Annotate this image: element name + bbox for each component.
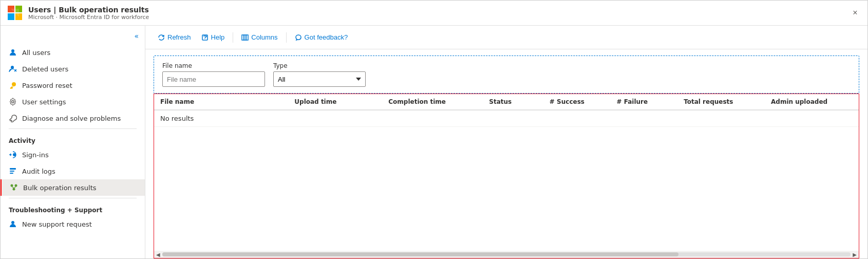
help-button[interactable]: Help — [197, 31, 229, 44]
troubleshooting-section-label: Troubleshooting + Support — [1, 200, 145, 216]
sidebar-collapse-button[interactable]: « — [1, 30, 145, 44]
title-bar: Users | Bulk operation results Microsoft… — [1, 1, 867, 26]
app-logo — [7, 5, 23, 21]
sidebar-item-sign-ins[interactable]: Sign-ins — [1, 146, 145, 163]
sidebar-item-password-reset-label: Password reset — [22, 82, 72, 89]
sidebar-item-new-support-label: New support request — [22, 220, 92, 228]
troubleshooting-divider — [9, 198, 137, 198]
columns-label: Columns — [251, 33, 277, 41]
help-label: Help — [211, 33, 225, 41]
sidebar-item-all-users-label: All users — [22, 49, 50, 57]
type-filter-label: Type — [273, 62, 366, 69]
results-table: File name Upload time Completion time St… — [154, 94, 859, 127]
svg-rect-20 — [246, 35, 248, 40]
svg-point-5 — [11, 49, 14, 52]
feedback-label: Got feedback? — [305, 33, 348, 41]
file-name-filter-label: File name — [162, 62, 265, 69]
table-header-row: File name Upload time Completion time St… — [154, 94, 859, 110]
toolbar: Refresh Help Columns Got feedback? — [145, 26, 867, 49]
table-scroll-area[interactable]: File name Upload time Completion time St… — [154, 94, 859, 251]
gear-icon — [9, 98, 17, 106]
type-filter-group: Type All Bulk create users Bulk delete u… — [273, 62, 366, 87]
svg-point-11 — [11, 184, 13, 187]
sidebar-item-deleted-users[interactable]: Deleted users — [1, 61, 145, 77]
col-failure: # Failure — [611, 94, 678, 110]
table-header: File name Upload time Completion time St… — [154, 94, 859, 110]
sidebar-item-diagnose[interactable]: Diagnose and solve problems — [1, 110, 145, 126]
signin-icon — [9, 151, 17, 159]
sidebar-item-deleted-users-label: Deleted users — [22, 65, 68, 73]
feedback-icon — [295, 34, 302, 41]
no-results-row: No results — [154, 110, 859, 127]
file-name-filter-input[interactable] — [162, 71, 265, 87]
title-bar-left: Users | Bulk operation results Microsoft… — [7, 5, 149, 21]
wrench-icon — [9, 114, 17, 122]
scroll-track — [162, 252, 851, 256]
content-area: Refresh Help Columns Got feedback? File … — [145, 26, 867, 258]
no-results-cell: No results — [154, 110, 859, 127]
page-subtitle: Microsoft · Microsoft Entra ID for workf… — [28, 14, 149, 21]
sidebar-item-diagnose-label: Diagnose and solve problems — [22, 115, 121, 122]
help-icon — [201, 34, 209, 41]
toolbar-divider-1 — [233, 32, 233, 43]
main-layout: « All users Deleted users Password reset… — [1, 26, 867, 258]
svg-rect-8 — [10, 168, 16, 170]
svg-rect-2 — [8, 13, 14, 20]
refresh-label: Refresh — [167, 33, 191, 41]
columns-button[interactable]: Columns — [237, 31, 281, 44]
col-total-requests: Total requests — [677, 94, 765, 110]
col-admin-uploaded: Admin uploaded — [765, 94, 859, 110]
svg-line-15 — [14, 187, 16, 188]
feedback-button[interactable]: Got feedback? — [291, 31, 352, 44]
key-icon — [9, 81, 17, 89]
activity-divider — [9, 128, 137, 129]
col-completion-time: Completion time — [382, 94, 483, 110]
file-name-filter-group: File name — [162, 62, 265, 87]
svg-point-12 — [15, 184, 17, 187]
sidebar-item-password-reset[interactable]: Password reset — [1, 77, 145, 94]
toolbar-divider-2 — [286, 32, 287, 43]
sidebar-item-new-support[interactable]: New support request — [1, 216, 145, 232]
sidebar: « All users Deleted users Password reset… — [1, 26, 145, 258]
person-deleted-icon — [9, 65, 17, 73]
table-container: File name Upload time Completion time St… — [154, 94, 859, 258]
log-icon — [9, 167, 17, 175]
sidebar-item-bulk-operation-label: Bulk operation results — [23, 184, 97, 192]
columns-icon — [241, 34, 249, 41]
col-upload-time: Upload time — [288, 94, 382, 110]
col-status: Status — [483, 94, 543, 110]
support-icon — [9, 220, 17, 228]
bulk-icon — [10, 183, 18, 192]
activity-section-label: Activity — [1, 131, 145, 146]
sidebar-item-all-users[interactable]: All users — [1, 44, 145, 61]
title-text: Users | Bulk operation results Microsoft… — [28, 6, 149, 21]
refresh-icon — [158, 34, 165, 41]
table-body: No results — [154, 110, 859, 127]
sidebar-item-bulk-operation[interactable]: Bulk operation results — [1, 179, 145, 196]
svg-rect-10 — [10, 173, 13, 174]
horizontal-scrollbar[interactable]: ◀ ▶ — [154, 251, 859, 258]
svg-point-7 — [13, 153, 16, 156]
sidebar-item-audit-logs-label: Audit logs — [22, 168, 55, 175]
type-filter-select[interactable]: All Bulk create users Bulk delete users … — [273, 71, 366, 87]
refresh-button[interactable]: Refresh — [154, 31, 195, 44]
filters-row: File name Type All Bulk create users Bul… — [154, 55, 859, 94]
col-success: # Success — [543, 94, 611, 110]
sidebar-item-audit-logs[interactable]: Audit logs — [1, 163, 145, 179]
svg-rect-9 — [10, 171, 14, 172]
svg-line-14 — [12, 187, 14, 188]
page-title: Users | Bulk operation results — [28, 6, 149, 14]
person-icon — [9, 48, 17, 57]
svg-point-6 — [11, 66, 14, 69]
sidebar-item-sign-ins-label: Sign-ins — [22, 151, 49, 159]
scroll-thumb — [162, 252, 678, 256]
svg-point-16 — [11, 221, 14, 224]
svg-point-13 — [13, 188, 15, 191]
scroll-left-arrow[interactable]: ◀ — [156, 252, 160, 257]
sidebar-item-user-settings-label: User settings — [22, 98, 66, 106]
sidebar-item-user-settings[interactable]: User settings — [1, 94, 145, 110]
col-file-name: File name — [154, 94, 288, 110]
close-button[interactable]: × — [849, 7, 861, 19]
scroll-right-arrow[interactable]: ▶ — [853, 252, 857, 257]
